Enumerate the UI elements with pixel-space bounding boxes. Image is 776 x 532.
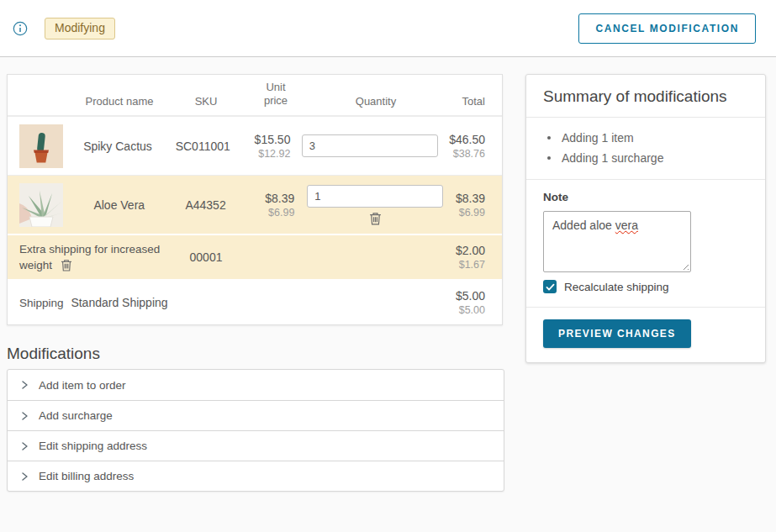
summary-item-label: Adding 1 surcharge [562,148,663,168]
total-price: $8.39 [456,192,485,205]
accordion-item-label: Add surcharge [39,409,113,422]
main-content: Product name SKU Unit price Quantity Tot… [0,57,776,492]
accordion-item-label: Add item to order [39,379,126,392]
summary-list: Adding 1 item Adding 1 surcharge [526,118,765,180]
summary-panel: Summary of modifications Adding 1 item A… [525,74,766,363]
total-secondary: $5.00 [169,304,485,316]
unit-price-secondary: $6.99 [242,207,294,219]
note-label: Note [543,191,748,203]
aloe-vera-photo [19,183,63,227]
sku-header: SKU [169,95,243,108]
modifications-title: Modifications [7,345,503,363]
modifications-accordion: Add item to order Add surcharge Edit shi… [7,369,504,492]
resize-handle-icon[interactable] [680,261,689,270]
delete-surcharge-button[interactable] [61,259,72,271]
table-row-shipping: Shipping Standard Shipping $5.00 $5.00 [8,279,502,324]
summary-list-item: Adding 1 surcharge [547,148,748,168]
recalculate-shipping-checkbox-row[interactable]: Recalculate shipping [543,280,748,293]
summary-panel-footer: PREVIEW CHANGES [526,308,765,362]
table-header-row: Product name SKU Unit price Quantity Tot… [8,75,502,116]
surcharge-sku: 00001 [169,250,243,264]
cancel-modification-button[interactable]: CANCEL MODIFICATION [578,13,756,44]
checkbox-checked-icon[interactable] [543,280,557,293]
trash-icon [61,259,72,271]
bullet-dot [547,136,551,140]
note-text: Added aloe [552,219,615,232]
chevron-right-icon [19,441,29,451]
accordion-item-label: Edit billing address [39,470,134,482]
unit-price: $15.50 [239,133,290,146]
order-items-table: Product name SKU Unit price Quantity Tot… [7,74,503,325]
total-price: $5.00 [169,289,485,303]
summary-list-item: Adding 1 item [547,128,748,148]
total-cell: $5.00 $5.00 [169,289,485,316]
summary-panel-title: Summary of modifications [526,75,765,118]
total-secondary: $1.67 [243,259,485,271]
note-text-misspelled: vera [615,219,638,232]
summary-item-label: Adding 1 item [562,128,634,148]
table-row-surcharge: Extra shipping for increased weight 0000… [8,234,502,279]
table-row-spiky-cactus: Spiky Cactus SC011001 $15.50 $12.92 $46.… [8,116,502,175]
accordion-item-edit-billing-address[interactable]: Edit billing address [8,461,504,491]
top-bar: Modifying CANCEL MODIFICATION [0,0,776,57]
preview-changes-button[interactable]: PREVIEW CHANGES [543,319,691,348]
bullet-dot [547,156,551,160]
total-price: $46.50 [449,133,485,146]
order-column: Product name SKU Unit price Quantity Tot… [7,74,503,492]
delete-item-button[interactable] [369,212,382,225]
accordion-item-add-item-to-order[interactable]: Add item to order [8,370,504,400]
trash-icon [369,212,382,225]
product-name: Aloe Vera [70,198,169,212]
quantity-header: Quantity [295,95,457,108]
product-name: Spiky Cactus [69,140,166,153]
chevron-right-icon [19,471,29,482]
surcharge-name-cell: Extra shipping for increased weight [19,241,169,273]
chevron-right-icon [19,411,29,421]
total-cell: $46.50 $38.76 [449,133,485,160]
product-sku: SC011001 [166,140,240,153]
product-sku: A44352 [169,198,243,212]
unit-price: $8.39 [242,192,294,205]
accordion-item-add-surcharge[interactable]: Add surcharge [8,400,504,430]
total-secondary: $6.99 [456,207,485,219]
total-cell: $2.00 $1.67 [243,244,485,271]
accordion-item-label: Edit shipping address [39,440,147,452]
unit-price-cell: $8.39 $6.99 [242,192,294,219]
quantity-cell [294,185,456,225]
product-name-header: Product name [70,95,169,108]
unit-price-secondary: $12.92 [239,148,290,160]
unit-price-cell: $15.50 $12.92 [239,133,290,160]
note-textarea[interactable]: Added aloe vera [543,211,691,272]
note-section: Note Added aloe vera Recalculate shippin… [526,180,765,308]
quantity-cell [290,134,449,157]
total-price: $2.00 [243,244,485,257]
table-row-aloe-vera: Aloe Vera A44352 $8.39 $6.99 [8,175,502,234]
chevron-right-icon [19,380,29,390]
recalculate-shipping-label: Recalculate shipping [564,281,669,293]
accordion-item-edit-shipping-address[interactable]: Edit shipping address [8,430,504,461]
unit-price-header: Unit price [243,81,295,108]
shipping-method: Standard Shipping [70,295,169,310]
spiky-cactus-photo [19,124,63,168]
surcharge-name: Extra shipping for increased weight [19,243,160,271]
total-header: Total [457,95,485,108]
product-image-cell [19,124,69,168]
quantity-input[interactable] [302,134,438,157]
quantity-input[interactable] [307,185,443,208]
total-secondary: $38.76 [449,148,485,160]
product-image-cell [19,183,70,227]
info-icon[interactable] [13,21,28,36]
shipping-label: Shipping [19,297,70,309]
status-badge: Modifying [45,18,115,40]
total-cell: $8.39 $6.99 [456,192,485,219]
